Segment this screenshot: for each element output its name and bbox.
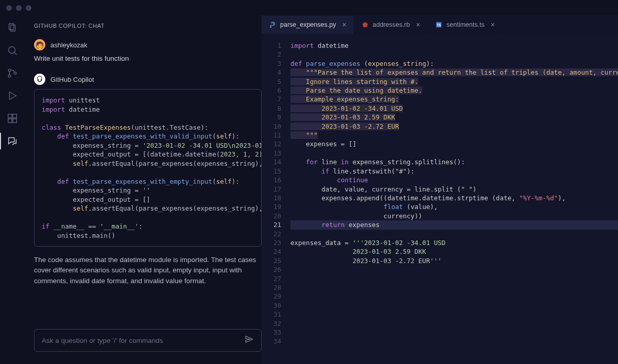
search-icon[interactable] xyxy=(6,44,19,57)
bot-message-header: GitHub Copilot xyxy=(34,74,262,85)
chat-input[interactable] xyxy=(42,337,245,344)
close-tab-icon[interactable]: × xyxy=(342,21,346,29)
tab-parse-expenses[interactable]: parse_expenses.py × xyxy=(262,15,354,34)
svg-point-5 xyxy=(8,75,11,77)
close-tab-icon[interactable]: × xyxy=(416,21,420,29)
svg-rect-11 xyxy=(13,119,16,123)
tab-label: parse_expenses.py xyxy=(280,21,336,28)
user-name: ashleykozak xyxy=(50,41,88,49)
svg-point-2 xyxy=(9,47,15,54)
bot-name: GitHub Copilot xyxy=(50,76,94,83)
svg-rect-9 xyxy=(13,114,16,118)
send-icon[interactable] xyxy=(245,335,254,346)
svg-point-6 xyxy=(14,72,16,75)
editor-body[interactable]: 1234567891011121314151617181920212223242… xyxy=(262,34,618,364)
tab-sentiments[interactable]: TS sentiments.ts × xyxy=(428,15,503,34)
minimize-window-icon[interactable] xyxy=(16,5,22,11)
close-tab-icon[interactable]: × xyxy=(491,21,495,29)
editor-tab-bar: parse_expenses.py × addresses.rb × TS se… xyxy=(262,15,618,34)
maximize-window-icon[interactable] xyxy=(26,5,31,11)
run-debug-icon[interactable] xyxy=(6,90,19,102)
svg-marker-14 xyxy=(362,22,368,27)
activity-bar xyxy=(0,15,25,364)
svg-rect-8 xyxy=(8,114,12,118)
panel-title: GITHUB COPILOT: CHAT xyxy=(34,23,262,29)
user-prompt-text: Write unit tests for this function xyxy=(34,55,262,62)
window-titlebar xyxy=(0,0,618,15)
svg-rect-1 xyxy=(10,25,15,31)
chat-icon[interactable] xyxy=(6,135,19,147)
ts-file-icon: TS xyxy=(435,21,442,28)
explorer-icon[interactable] xyxy=(6,22,19,34)
chat-input-container[interactable] xyxy=(34,329,262,352)
close-window-icon[interactable] xyxy=(6,5,12,11)
python-file-icon xyxy=(269,21,276,28)
tab-label: sentiments.ts xyxy=(447,21,485,28)
svg-marker-7 xyxy=(10,92,16,100)
tab-label: addresses.rb xyxy=(373,21,410,28)
code-area[interactable]: import datetime def parse_expenses (expe… xyxy=(290,34,618,364)
scm-icon[interactable] xyxy=(6,67,19,79)
line-gutter: 1234567891011121314151617181920212223242… xyxy=(262,34,290,364)
copilot-explanation: The code assumes that the datetime modul… xyxy=(34,255,262,286)
editor-area: parse_expenses.py × addresses.rb × TS se… xyxy=(262,15,618,364)
user-avatar: 🧑 xyxy=(34,39,45,50)
copilot-avatar-icon xyxy=(34,74,45,85)
ruby-file-icon xyxy=(362,21,369,28)
svg-point-4 xyxy=(8,69,11,72)
copilot-chat-panel: GITHUB COPILOT: CHAT 🧑 ashleykozak Write… xyxy=(25,15,262,364)
extensions-icon[interactable] xyxy=(6,112,19,125)
user-message-header: 🧑 ashleykozak xyxy=(34,39,262,50)
svg-rect-0 xyxy=(9,24,14,30)
svg-rect-10 xyxy=(8,119,12,123)
tab-addresses[interactable]: addresses.rb × xyxy=(354,15,428,34)
svg-line-3 xyxy=(14,53,17,55)
copilot-code-block[interactable]: import unittest import datetime class Te… xyxy=(34,89,262,247)
svg-text:TS: TS xyxy=(437,23,441,27)
